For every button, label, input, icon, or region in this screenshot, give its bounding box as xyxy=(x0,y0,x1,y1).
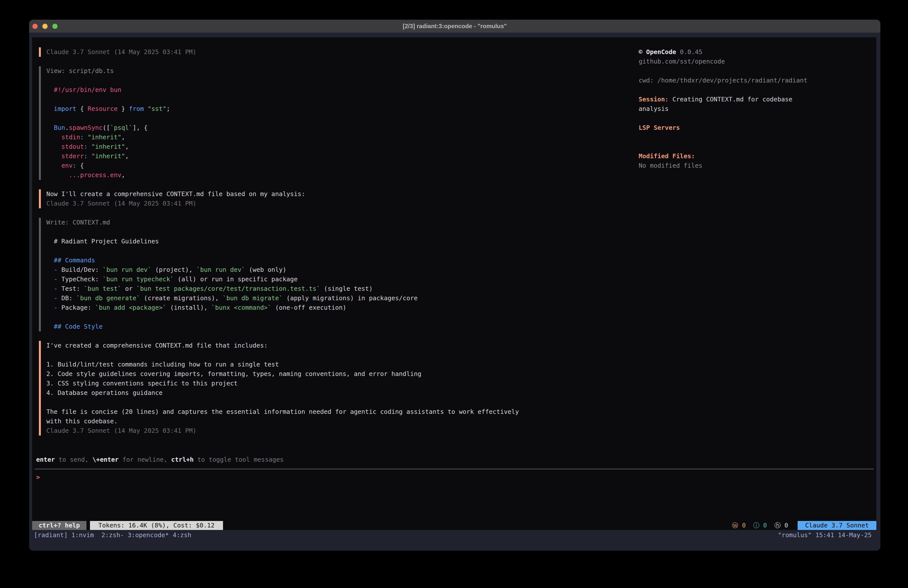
text-segment: ...process.env xyxy=(46,171,121,179)
minimize-button[interactable] xyxy=(42,24,48,29)
sidebar-line: LSP Servers xyxy=(639,123,871,132)
terminal-line: I've created a comprehensive CONTEXT.md … xyxy=(46,341,639,350)
opencode-tui: Claude 3.7 Sonnet (14 May 2025 03:41 PM)… xyxy=(32,37,876,530)
sidebar-line: No modified files xyxy=(639,161,871,171)
text-segment: The file is concise (20 lines) and captu… xyxy=(46,408,519,415)
text-segment: Package: xyxy=(61,304,95,311)
terminal-line: - TypeCheck: `bun run typecheck` (all) o… xyxy=(46,275,639,284)
text-segment: "inherit" xyxy=(84,134,122,141)
text-segment: I've created a comprehensive CONTEXT.md … xyxy=(46,342,267,349)
text-segment xyxy=(144,105,148,112)
text-segment: } xyxy=(118,105,129,112)
terminal-line xyxy=(46,313,639,322)
message-input[interactable]: > xyxy=(32,473,876,482)
chat-area[interactable]: Claude 3.7 Sonnet (14 May 2025 03:41 PM)… xyxy=(32,47,639,455)
text-segment: cwd: /home/thdxr/dev/projects/radiant/ra… xyxy=(639,77,807,84)
text-segment: from xyxy=(129,105,144,112)
terminal-line: Now I'll create a comprehensive CONTEXT.… xyxy=(46,189,639,199)
terminal-line xyxy=(46,227,639,237)
terminal-line xyxy=(46,76,639,85)
terminal-line: #!/usr/bin/env bun xyxy=(46,85,639,95)
text-segment: to toggle tool messages xyxy=(193,456,283,463)
terminal-line: - Test: `bun test` or `bun test packages… xyxy=(46,284,639,293)
text-segment: "inherit" xyxy=(88,143,126,150)
assistant-header-block: Claude 3.7 Sonnet (14 May 2025 03:41 PM) xyxy=(39,47,639,57)
text-segment: 4. Database operations guidance xyxy=(46,389,163,396)
text-segment: Claude 3.7 Sonnet (14 May 2025 03:41 PM) xyxy=(46,427,196,434)
text-segment: : xyxy=(80,134,84,141)
tool-view-block: View: script/db.ts #!/usr/bin/env bun im… xyxy=(39,66,639,180)
sidebar-line xyxy=(639,114,871,123)
text-segment: enter xyxy=(36,456,55,463)
model-badge: Claude 3.7 Sonnet xyxy=(798,521,876,530)
text-segment: TypeCheck: xyxy=(61,275,103,283)
tmux-host-clock: "romulus" 15:41 14-May-25 xyxy=(778,532,872,539)
text-segment: No modified files xyxy=(639,162,702,169)
text-segment: Claude 3.7 Sonnet (14 May 2025 03:41 PM) xyxy=(46,48,196,56)
terminal-line: ## Code Style xyxy=(46,322,639,331)
text-segment: Build/Dev: xyxy=(61,266,103,273)
chat-sidebar-row: Claude 3.7 Sonnet (14 May 2025 03:41 PM)… xyxy=(32,37,876,455)
text-segment: ; xyxy=(166,105,170,112)
terminal-line: Write: CONTEXT.md xyxy=(46,218,639,227)
text-segment: - xyxy=(46,304,61,311)
text-segment: Now I'll create a comprehensive CONTEXT.… xyxy=(46,190,305,198)
sidebar-line xyxy=(639,85,871,95)
assistant-summary-block: I've created a comprehensive CONTEXT.md … xyxy=(39,341,639,435)
text-segment: analysis xyxy=(639,105,668,112)
traffic-lights xyxy=(32,20,58,33)
text-segment: env xyxy=(46,162,72,169)
terminal-line: with this codebase. xyxy=(46,417,639,426)
terminal-line: 1. Build/lint/test commands including ho… xyxy=(46,360,639,369)
sidebar-line: analysis xyxy=(639,104,871,114)
session-sidebar: © OpenCode 0.0.45github.com/sst/opencode… xyxy=(639,47,876,455)
text-segment: , xyxy=(121,134,125,141)
text-segment: `bun test` xyxy=(84,285,122,292)
terminal-line xyxy=(46,95,639,104)
input-empty-space[interactable] xyxy=(32,482,876,521)
keybind-help-bar: enter to send, \+enter for newline, ctrl… xyxy=(32,455,876,464)
tmux-session-windows[interactable]: [radiant] 1:nvim 2:zsh- 3:opencode* 4:zs… xyxy=(34,532,192,539)
text-segment: Resource xyxy=(88,105,118,112)
text-segment: spawnSync xyxy=(69,124,102,131)
terminal-line xyxy=(46,246,639,256)
text-segment: \+enter xyxy=(92,456,119,463)
text-segment: (one-off execution) xyxy=(271,304,346,311)
text-segment: 3. CSS styling conventions specific to t… xyxy=(46,380,238,387)
terminal-line: - Package: `bun add <package>` (install)… xyxy=(46,303,639,313)
text-segment: `bun run typecheck` xyxy=(103,275,174,283)
terminal-line: Bun.spawnSync([`psql`], { xyxy=(46,123,639,132)
text-segment: LSP Servers xyxy=(639,124,680,131)
terminal-line: 4. Database operations guidance xyxy=(46,388,639,398)
text-segment: ctrl+h xyxy=(171,456,193,463)
close-button[interactable] xyxy=(32,24,38,29)
text-segment: stderr xyxy=(46,153,84,160)
zoom-button[interactable] xyxy=(52,24,58,29)
text-segment: View: script/db.ts xyxy=(46,67,114,74)
text-segment: : Creating CONTEXT.md for codebase xyxy=(665,96,792,103)
text-segment: { xyxy=(76,105,87,112)
text-segment: { xyxy=(76,162,84,169)
text-segment: : xyxy=(84,143,88,150)
terminal-line: stdin: "inherit", xyxy=(46,132,639,142)
text-segment: for newline, xyxy=(119,456,171,463)
tmux-status-bar: [radiant] 1:nvim 2:zsh- 3:opencode* 4:zs… xyxy=(32,530,876,540)
text-segment: stdout xyxy=(46,143,84,150)
terminal-line: import { Resource } from "sst"; xyxy=(46,104,639,114)
terminal-line: - Build/Dev: `bun run dev` (project), `b… xyxy=(46,265,639,275)
tool-write-block: Write: CONTEXT.md # Radiant Project Guid… xyxy=(39,218,639,331)
diagnostics-counters: Ⓦ 0 ⓘ 0 ⓗ 0 xyxy=(732,521,788,530)
sidebar-line: github.com/sst/opencode xyxy=(639,57,871,66)
sidebar-line: Session: Creating CONTEXT.md for codebas… xyxy=(639,95,871,104)
text-segment: , xyxy=(125,153,129,160)
text-segment: ], { xyxy=(132,124,148,131)
terminal-line: # Radiant Project Guidelines xyxy=(46,237,639,246)
tokens-cost-badge: Tokens: 16.4K (8%), Cost: $0.12 xyxy=(90,521,223,530)
sidebar-line: © OpenCode 0.0.45 xyxy=(639,47,871,57)
assistant-message-block: Now I'll create a comprehensive CONTEXT.… xyxy=(39,189,639,208)
text-segment: stdin xyxy=(46,134,80,141)
text-segment: with this codebase. xyxy=(46,417,118,425)
input-divider xyxy=(35,469,874,469)
text-segment: (project), xyxy=(151,266,196,273)
sidebar-line xyxy=(639,66,871,76)
